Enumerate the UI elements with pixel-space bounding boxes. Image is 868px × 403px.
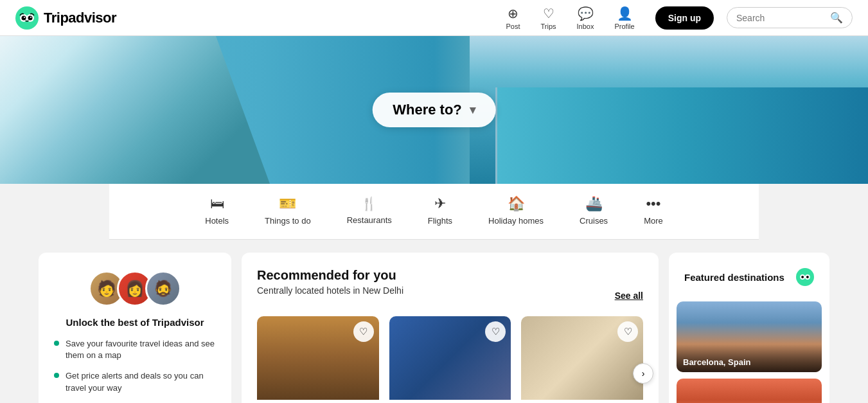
logo-text: Tripadvisor (44, 10, 116, 26)
see-all-link[interactable]: See all (615, 291, 643, 301)
tab-more-label: More (644, 216, 663, 226)
search-icon[interactable]: 🔍 (830, 12, 843, 24)
signup-button[interactable]: Sign up (655, 6, 714, 30)
hero-section: Where to? ▾ (0, 36, 868, 184)
hotel-card-2[interactable]: ♡ Shangri-La's - Eros Hotel, ... 4,425 r… (389, 316, 511, 403)
tab-things-label: Things to do (265, 216, 311, 226)
hero-wave (0, 36, 270, 184)
tab-flights[interactable]: ✈ Flights (410, 184, 470, 239)
tab-holiday-homes[interactable]: 🏠 Holiday homes (470, 184, 562, 239)
tab-restaurants[interactable]: 🍴 Restaurants (329, 184, 410, 238)
right-panel: Featured destinations Barcelona, Spain (669, 253, 829, 403)
featured-header: Featured destinations (677, 260, 822, 294)
logo-icon (15, 6, 39, 30)
hotel-card-1[interactable]: ♡ The Lalit New Delhi 9,093 reviews (257, 316, 379, 403)
flights-icon: ✈ (434, 195, 446, 212)
hotel-cards-row: ♡ The Lalit New Delhi 9,093 reviews ♡ Sh (257, 316, 643, 403)
tab-more[interactable]: ••• More (626, 184, 681, 239)
holiday-homes-icon: 🏠 (508, 195, 525, 212)
tab-restaurants-label: Restaurants (347, 215, 392, 225)
tab-hotels[interactable]: 🛏 Hotels (187, 184, 247, 239)
left-panel: 🧑 👩 🧔 Unlock the best of Tripadvisor Sav… (39, 253, 231, 403)
avatar-3: 🧔 (145, 271, 181, 307)
where-to-label: Where to? (393, 102, 462, 118)
carousel-next-button[interactable]: › (633, 363, 653, 384)
featured-title: Featured destinations (684, 272, 784, 283)
feature-text-1: Save your favourite travel ideas and see… (66, 338, 216, 361)
category-tabs: 🛏 Hotels 🎫 Things to do 🍴 Restaurants ✈ … (109, 184, 759, 240)
nav-profile-label: Profile (614, 22, 634, 30)
nav-inbox-label: Inbox (577, 22, 594, 30)
logo[interactable]: Tripadvisor (15, 6, 116, 30)
svg-point-6 (30, 17, 31, 18)
featured-destinations: Featured destinations Barcelona, Spain (669, 253, 829, 403)
where-to-button[interactable]: Where to? ▾ (372, 93, 496, 127)
hotel-card-2-info: Shangri-La's - Eros Hotel, ... 4,425 rev… (389, 400, 511, 403)
hotels-icon: 🛏 (210, 195, 224, 212)
section-subtitle: Centrally located hotels in New Delhi (257, 285, 403, 296)
feature-item-2: Get price alerts and deals so you can tr… (54, 370, 216, 393)
bullet-2 (54, 373, 59, 378)
nav-post[interactable]: ⊕ Post (499, 3, 528, 33)
destination-card-2[interactable] (677, 379, 822, 403)
svg-point-4 (28, 15, 33, 20)
header-nav: ⊕ Post ♡ Trips 💬 Inbox 👤 Profile Sign up… (499, 3, 853, 33)
bullet-1 (54, 341, 59, 346)
destination-label-1: Barcelona, Spain (677, 345, 822, 372)
nav-post-label: Post (506, 22, 520, 30)
trips-icon: ♡ (543, 6, 554, 21)
feature-item-1: Save your favourite travel ideas and see… (54, 338, 216, 361)
restaurants-icon: 🍴 (361, 196, 377, 211)
nav-inbox[interactable]: 💬 Inbox (569, 3, 602, 33)
tab-hotels-label: Hotels (205, 216, 229, 226)
pool-lane (495, 87, 868, 184)
tripadvisor-badge-icon (796, 268, 814, 286)
section-title: Recommended for you (257, 268, 643, 283)
cruises-icon: 🚢 (585, 195, 603, 212)
svg-point-10 (801, 276, 804, 278)
tab-flights-label: Flights (428, 216, 452, 226)
nav-trips-label: Trips (541, 22, 556, 30)
hero-pool (470, 36, 868, 184)
destination-card-1[interactable]: Barcelona, Spain (677, 301, 822, 372)
tab-cruises-label: Cruises (580, 216, 608, 226)
unlock-title: Unlock the best of Tripadvisor (66, 317, 204, 328)
inbox-icon: 💬 (578, 6, 594, 21)
subtitle-row: Centrally located hotels in New Delhi Se… (257, 285, 643, 306)
header: Tripadvisor ⊕ Post ♡ Trips 💬 Inbox 👤 Pro… (0, 0, 868, 36)
search-bar[interactable]: 🔍 (727, 7, 853, 28)
svg-point-3 (22, 15, 26, 20)
more-icon: ••• (646, 195, 660, 212)
feature-list: Save your favourite travel ideas and see… (54, 338, 216, 403)
destination-image-2 (677, 379, 822, 403)
svg-point-5 (24, 17, 25, 18)
hotel-card-1-info: The Lalit New Delhi 9,093 reviews (257, 400, 379, 403)
tab-holiday-homes-label: Holiday homes (488, 216, 544, 226)
things-icon: 🎫 (279, 195, 296, 212)
hotel-card-3[interactable]: ♡ The Oberoi, New Delhi 2,577 reviews (521, 316, 643, 403)
favorite-button-3[interactable]: ♡ (617, 321, 638, 342)
search-input[interactable] (736, 13, 826, 23)
chevron-down-icon: ▾ (470, 103, 475, 117)
favorite-button-1[interactable]: ♡ (353, 321, 374, 342)
tab-things-to-do[interactable]: 🎫 Things to do (247, 184, 329, 239)
avatar-group: 🧑 👩 🧔 (89, 271, 181, 307)
profile-icon: 👤 (617, 6, 633, 21)
nav-trips[interactable]: ♡ Trips (533, 3, 564, 33)
tab-cruises[interactable]: 🚢 Cruises (562, 184, 626, 239)
hotel-card-3-info: The Oberoi, New Delhi 2,577 reviews (521, 400, 643, 403)
feature-text-2: Get price alerts and deals so you can tr… (66, 370, 216, 393)
nav-profile[interactable]: 👤 Profile (607, 3, 642, 33)
center-panel: Recommended for you Centrally located ho… (242, 253, 659, 403)
post-icon: ⊕ (508, 6, 518, 21)
svg-point-11 (806, 276, 809, 278)
main-content: 🧑 👩 🧔 Unlock the best of Tripadvisor Sav… (0, 240, 868, 403)
